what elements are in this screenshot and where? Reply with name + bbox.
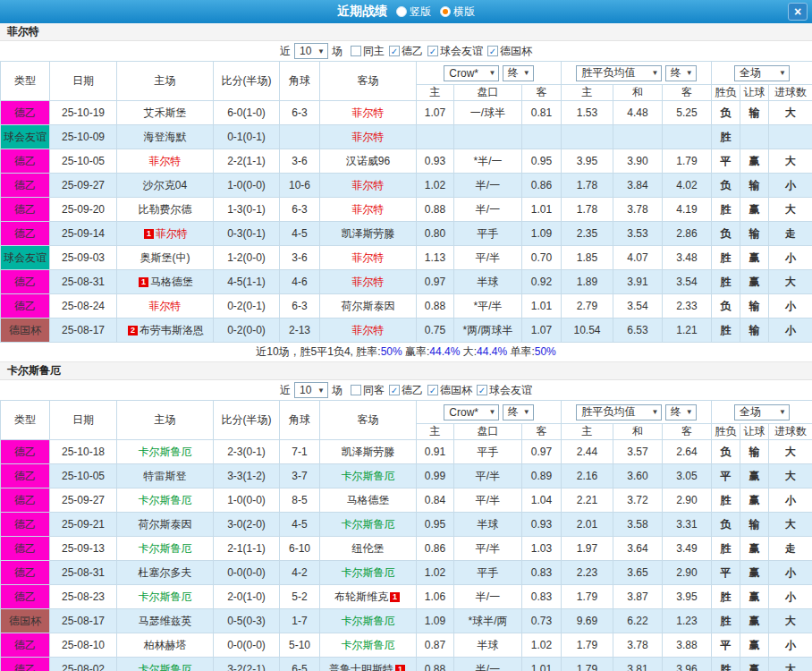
final-asia-select[interactable]: 终▼	[503, 65, 534, 81]
asia-home-odds: 0.80	[417, 222, 454, 246]
away-team-name: 菲尔特	[352, 131, 385, 143]
match-date: 25-08-23	[50, 585, 117, 609]
away-team: 卡尔斯鲁厄	[320, 633, 417, 658]
eu-home-odds: 1.97	[562, 537, 613, 561]
asia-home-odds: 0.87	[417, 633, 454, 658]
bookmaker-select[interactable]: Crow*▼	[444, 65, 499, 81]
result: 平	[712, 149, 740, 174]
away-team-name: 荷尔斯泰因	[342, 300, 395, 312]
corners: 2-13	[280, 319, 320, 343]
asia-handicap: 平手	[454, 222, 522, 246]
away-team: 纽伦堡	[320, 537, 417, 561]
checkbox-unchecked-icon[interactable]	[351, 46, 361, 56]
filter-checkbox-label: 德国杯	[500, 44, 532, 59]
away-team: 普鲁士明斯特1	[320, 658, 417, 671]
final-asia-select[interactable]: 终▼	[503, 404, 534, 420]
layout-radio-group: 竖版横版	[396, 4, 475, 20]
eu-draw-odds: 3.57	[613, 440, 663, 464]
eu-draw-odds: 3.58	[613, 513, 663, 537]
away-team-name: 菲尔特	[352, 276, 385, 288]
layout-radio-selected[interactable]: 横版	[440, 4, 475, 20]
summary-text: 44.4%	[429, 345, 460, 358]
competition-type: 球会友谊	[1, 246, 50, 270]
wdl-average-select[interactable]: 胜平负均值▼	[576, 65, 662, 81]
checkbox-checked-icon[interactable]: ✓	[427, 385, 438, 395]
handicap-result: 赢	[740, 246, 769, 270]
asia-away-odds: 1.01	[522, 198, 562, 222]
score: 2-0(1-0)	[214, 585, 280, 609]
result: 胜	[712, 246, 740, 270]
checkbox-checked-icon[interactable]: ✓	[487, 46, 498, 56]
radio-icon[interactable]	[396, 6, 407, 17]
bookmaker-select[interactable]: Crow*▼	[444, 404, 499, 420]
result: 负	[712, 513, 740, 537]
away-team: 菲尔特	[320, 101, 417, 125]
asia-home-odds: 0.99	[417, 464, 454, 488]
competition-type: 德乙	[1, 537, 50, 561]
checkbox-checked-icon[interactable]: ✓	[477, 385, 487, 395]
match-date: 25-10-09	[50, 125, 117, 149]
filter-checkbox[interactable]: ✓德国杯	[427, 383, 472, 398]
competition-type: 德国杯	[1, 319, 50, 343]
close-button[interactable]: ×	[788, 3, 808, 21]
away-team: 卡尔斯鲁厄	[320, 464, 417, 488]
result: 平	[712, 561, 740, 585]
checkbox-checked-icon[interactable]: ✓	[389, 385, 400, 395]
filter-checkbox[interactable]: ✓德乙	[389, 44, 423, 59]
competition-type: 德乙	[1, 440, 50, 464]
home-team: 沙尔克04	[117, 174, 214, 198]
asia-away-odds: 0.73	[522, 609, 562, 633]
score: 1-3(0-1)	[214, 198, 280, 222]
eu-away-odds: 2.86	[663, 222, 712, 246]
checkbox-checked-icon[interactable]: ✓	[427, 46, 438, 56]
home-team-name: 马瑟维兹英	[139, 615, 192, 627]
match-date: 25-08-17	[50, 609, 117, 633]
result: 胜	[712, 537, 740, 561]
layout-radio-unselected[interactable]: 竖版	[396, 4, 431, 20]
eu-draw-odds: 3.91	[613, 270, 663, 294]
checkbox-checked-icon[interactable]: ✓	[389, 46, 400, 56]
eu-home-odds: 1.79	[562, 633, 613, 658]
away-team: 汉诺威96	[320, 149, 417, 174]
col-handicap-result: 让球	[740, 424, 769, 440]
asia-away-odds: 1.02	[522, 633, 562, 658]
filter-checkbox[interactable]: 同主	[351, 44, 385, 59]
eu-away-odds: 2.90	[663, 488, 712, 513]
wdl-average-select[interactable]: 胜平负均值▼	[576, 404, 662, 420]
home-team: 艾禾斯堡	[117, 101, 214, 125]
result: 胜	[712, 125, 740, 149]
scope-select[interactable]: 全场▼	[734, 404, 790, 420]
score: 0-0(0-0)	[214, 561, 280, 585]
radio-icon[interactable]	[440, 6, 451, 17]
match-count-select[interactable]: 10 ▼	[294, 382, 328, 398]
filter-checkbox[interactable]: ✓德国杯	[487, 44, 532, 59]
matches-table: 类型 日期 主场 比分(半场) 角球 客场 Crow*▼ 终▼ 胜平负均值▼ 终…	[0, 61, 812, 343]
chevron-down-icon: ▼	[488, 69, 495, 77]
col-asia-handicap: 盘口	[454, 85, 522, 101]
home-team: 卡尔斯鲁厄	[117, 440, 214, 464]
asia-away-odds: 0.95	[522, 149, 562, 174]
final-eu-select[interactable]: 终▼	[665, 65, 697, 81]
eu-away-odds: 2.64	[663, 440, 712, 464]
match-count-select[interactable]: 10 ▼	[294, 43, 328, 59]
checkbox-unchecked-icon[interactable]	[351, 385, 361, 395]
match-date: 25-10-05	[50, 149, 117, 174]
result: 胜	[712, 198, 740, 222]
asia-away-odds: 1.03	[522, 537, 562, 561]
competition-type: 德乙	[1, 561, 50, 585]
filter-checkbox[interactable]: 同客	[351, 383, 385, 398]
asia-away-odds: 1.07	[522, 319, 562, 343]
filter-checkbox[interactable]: ✓德乙	[389, 383, 423, 398]
filter-checkbox[interactable]: ✓球会友谊	[477, 383, 532, 398]
goals-result: 走	[769, 537, 812, 561]
goals-result: 小	[769, 633, 812, 658]
home-team-name: 菲尔特	[156, 227, 188, 240]
col-eu-draw: 和	[613, 85, 663, 101]
final-eu-select[interactable]: 终▼	[665, 404, 697, 420]
filter-checkbox[interactable]: ✓球会友谊	[427, 44, 483, 59]
competition-type: 德乙	[1, 294, 50, 319]
eu-draw-odds: 3.87	[613, 585, 663, 609]
scope-select[interactable]: 全场▼	[734, 65, 790, 81]
summary-text: 50%	[535, 345, 556, 358]
asia-home-odds: 0.91	[417, 440, 454, 464]
